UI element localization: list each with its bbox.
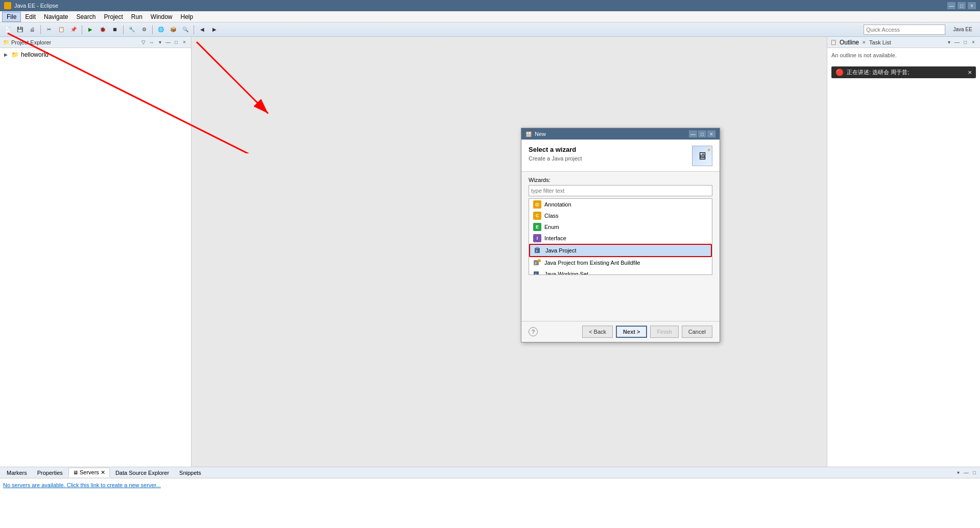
toolbar-btn-6[interactable]: 📌 bbox=[68, 24, 79, 35]
outline-max-btn[interactable]: □ bbox=[962, 39, 969, 46]
eclipse-icon bbox=[4, 2, 11, 9]
dialog-header-title: Select a wizard bbox=[529, 146, 687, 153]
task-list-tab[interactable]: Task List bbox=[869, 39, 891, 45]
toolbar-sep-1 bbox=[40, 25, 41, 34]
dialog-minimize[interactable]: — bbox=[689, 130, 697, 137]
tree-arrow: ▶ bbox=[4, 52, 9, 57]
annotation-icon: @ bbox=[533, 200, 541, 209]
finish-button[interactable]: Finish bbox=[650, 326, 678, 338]
dialog-maximize[interactable]: □ bbox=[698, 130, 706, 137]
wizard-item-annotation[interactable]: @ Annotation bbox=[529, 199, 712, 210]
wizard-item-java-project[interactable]: J Java Project bbox=[529, 244, 712, 257]
dialog-spacer bbox=[521, 280, 720, 321]
toolbar-run-btn[interactable]: ▶ bbox=[85, 24, 96, 35]
editor-area bbox=[192, 37, 827, 467]
minimize-button[interactable]: — bbox=[947, 2, 955, 9]
menu-edit[interactable]: Edit bbox=[21, 12, 40, 21]
wizard-item-java-project-ant[interactable]: J Java Project from Existing Ant Buildfi… bbox=[529, 257, 712, 268]
dialog-close[interactable]: × bbox=[707, 130, 715, 137]
quick-access-input[interactable] bbox=[864, 25, 945, 35]
back-button[interactable]: < Back bbox=[582, 326, 613, 338]
menu-help[interactable]: Help bbox=[177, 12, 198, 21]
toolbar-debug-btn[interactable]: 🐞 bbox=[97, 24, 108, 35]
create-server-link[interactable]: No servers are available. Click this lin… bbox=[3, 482, 161, 488]
enum-icon: E bbox=[533, 223, 541, 231]
wizard-item-label: Enum bbox=[544, 224, 559, 230]
menu-search[interactable]: Search bbox=[72, 12, 100, 21]
dialog-titlebar: 🪟 New — □ × bbox=[521, 128, 720, 140]
wizard-item-enum[interactable]: E Enum bbox=[529, 221, 712, 233]
class-icon: C bbox=[533, 212, 541, 220]
toolbar-btn-3[interactable]: 🖨 bbox=[27, 24, 38, 35]
wizard-list: @ Annotation C Class E Enum I Interface bbox=[529, 198, 712, 275]
workbench-perspective-btn[interactable]: Java EE bbox=[947, 24, 978, 35]
bottom-max-btn[interactable]: □ bbox=[971, 469, 978, 476]
panel-controls: ▽ ↔ ▾ — □ × bbox=[140, 39, 188, 46]
svg-rect-3 bbox=[536, 247, 539, 248]
tab-servers[interactable]: 🖥 Servers ✕ bbox=[68, 468, 110, 477]
menu-run[interactable]: Run bbox=[127, 12, 147, 21]
panel-collapse-btn[interactable]: ▽ bbox=[140, 39, 147, 46]
panel-sync-btn[interactable]: ↔ bbox=[148, 39, 155, 46]
info-close-btn[interactable]: × bbox=[968, 68, 972, 76]
dialog-container: 🪟 New — □ × Select a wizard Create a Jav… bbox=[521, 128, 720, 342]
toolbar-back-btn[interactable]: ◀ bbox=[197, 24, 208, 35]
toolbar-btn-12[interactable]: 🌐 bbox=[155, 24, 166, 35]
quick-access-area: Java EE bbox=[864, 24, 978, 35]
toolbar-forward-btn[interactable]: ▶ bbox=[209, 24, 220, 35]
panel-menu-btn[interactable]: ▾ bbox=[156, 39, 163, 46]
tab-properties[interactable]: Properties bbox=[33, 468, 67, 477]
folder-icon: 📁 bbox=[11, 51, 19, 58]
wizard-item-interface[interactable]: I Interface bbox=[529, 233, 712, 244]
bottom-menu-btn[interactable]: ▾ bbox=[954, 469, 962, 476]
bottom-min-btn[interactable]: — bbox=[963, 469, 970, 476]
menu-bar: File Edit Navigate Search Project Run Wi… bbox=[0, 11, 980, 22]
title-bar: Java EE - Eclipse — □ × bbox=[0, 0, 980, 11]
project-explorer-panel: 📁 Project Explorer ▽ ↔ ▾ — □ × ▶ 📁 hello… bbox=[0, 37, 192, 467]
outline-panel: 📋 Outline ✕ Task List ▾ — □ × An outline… bbox=[827, 37, 980, 467]
outline-menu-btn[interactable]: ▾ bbox=[945, 39, 952, 46]
toolbar-btn-13[interactable]: 📦 bbox=[168, 24, 179, 35]
java-working-set-icon: J bbox=[533, 270, 541, 275]
wizard-item-class[interactable]: C Class bbox=[529, 210, 712, 221]
tab-datasource[interactable]: Data Source Explorer bbox=[111, 468, 174, 477]
close-button[interactable]: × bbox=[968, 2, 976, 9]
outline-close-btn[interactable]: × bbox=[970, 39, 977, 46]
svg-line-1 bbox=[197, 42, 268, 113]
menu-file[interactable]: File bbox=[2, 12, 21, 22]
toolbar-btn-10[interactable]: 🔧 bbox=[126, 24, 137, 35]
wizard-filter-input[interactable] bbox=[529, 185, 712, 196]
toolbar-btn-14[interactable]: 🔍 bbox=[180, 24, 191, 35]
outline-min-btn[interactable]: — bbox=[953, 39, 961, 46]
bottom-tab-bar: Markers Properties 🖥 Servers ✕ Data Sour… bbox=[0, 467, 980, 478]
outline-header: 📋 Outline ✕ Task List ▾ — □ × bbox=[827, 37, 980, 48]
outline-content: An outline is not available. bbox=[827, 48, 980, 62]
tab-markers[interactable]: Markers bbox=[2, 468, 32, 477]
svg-point-7 bbox=[538, 259, 541, 262]
panel-max-btn[interactable]: □ bbox=[173, 39, 180, 46]
next-button[interactable]: Next > bbox=[616, 326, 647, 338]
svg-text:J: J bbox=[536, 249, 537, 252]
toolbar-btn-11[interactable]: ⚙ bbox=[138, 24, 150, 35]
wizard-item-label: Java Working Set bbox=[544, 271, 588, 275]
cancel-button[interactable]: Cancel bbox=[682, 326, 712, 338]
toolbar-btn-9[interactable]: ⏹ bbox=[109, 24, 121, 35]
toolbar-btn-5[interactable]: 📋 bbox=[56, 24, 67, 35]
wizard-item-java-working-set[interactable]: J Java Working Set bbox=[529, 268, 712, 275]
menu-window[interactable]: Window bbox=[147, 12, 177, 21]
tab-snippets[interactable]: Snippets bbox=[175, 468, 206, 477]
outline-close-x: ✕ bbox=[862, 40, 866, 45]
panel-close-btn[interactable]: × bbox=[181, 39, 188, 46]
toolbar-btn-4[interactable]: ✂ bbox=[43, 24, 55, 35]
menu-project[interactable]: Project bbox=[100, 12, 127, 21]
maximize-button[interactable]: □ bbox=[958, 2, 966, 9]
panel-min-btn[interactable]: — bbox=[164, 39, 172, 46]
wizard-item-label: Interface bbox=[544, 235, 566, 241]
toolbar-new-btn[interactable]: 📄 bbox=[2, 24, 13, 35]
toolbar-btn-2[interactable]: 💾 bbox=[14, 24, 26, 35]
menu-navigate[interactable]: Navigate bbox=[40, 12, 72, 21]
dialog-footer: ? < Back Next > Finish Cancel bbox=[521, 321, 720, 342]
tree-item-helloworld[interactable]: ▶ 📁 helloworld bbox=[2, 50, 189, 59]
help-button[interactable]: ? bbox=[529, 327, 538, 336]
window-title: Java EE - Eclipse bbox=[14, 3, 947, 9]
